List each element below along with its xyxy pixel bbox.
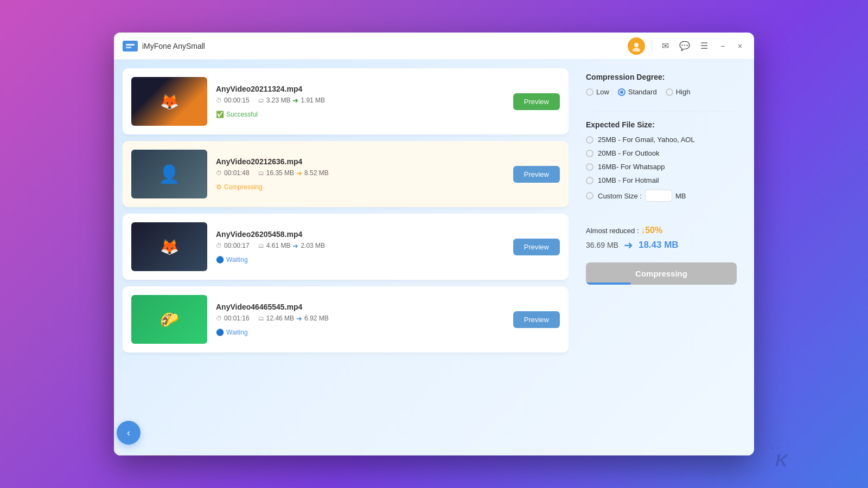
file-icon-4: 🗂	[258, 315, 264, 322]
radio-circle-hotmail	[586, 177, 593, 184]
preview-button-4[interactable]: Preview	[513, 311, 560, 328]
video-name-2: AnyVideo20212636.mp4	[216, 157, 505, 166]
radio-circle-outlook	[586, 150, 593, 157]
titlebar-divider	[652, 41, 652, 52]
radio-circle-whatsapp	[586, 163, 593, 171]
compress-btn-label: Compressing	[635, 269, 687, 278]
size-original: 36.69 MB	[586, 241, 618, 249]
video-meta-2: ⏱ 00:01:48 🗂 16.35 MB ➜ 8.52 MB	[216, 169, 505, 177]
radio-circle-low	[586, 88, 593, 96]
status-icon-3: 🔵	[216, 256, 224, 264]
video-card-4: AnyVideo46465545.mp4 ⏱ 00:01:16 🗂 12.46 …	[123, 286, 569, 352]
video-meta-1: ⏱ 00:00:15 🗂 3.23 MB ➜ 1.91 MB	[216, 97, 505, 105]
preview-button-2[interactable]: Preview	[513, 166, 560, 183]
radio-high[interactable]: High	[666, 88, 691, 96]
size-option-whatsapp[interactable]: 16MB- For Whatsapp	[586, 163, 737, 171]
file-icon-2: 🗂	[258, 170, 264, 176]
size-label-gmail: 25MB - For Gmail, Yahoo, AOL	[598, 136, 695, 144]
radio-standard[interactable]: Standard	[618, 88, 657, 96]
video-thumbnail-3	[131, 222, 207, 271]
compressed-size-3: 2.03 MB	[301, 242, 325, 249]
video-info-3: AnyVideo26205458.mp4 ⏱ 00:00:17 🗂 4.61 M…	[216, 230, 505, 264]
duration-value-3: 00:00:17	[224, 242, 250, 249]
original-size-1: 3.23 MB	[266, 97, 291, 104]
compressed-size-4: 6.92 MB	[304, 314, 329, 322]
app-logo-icon	[123, 41, 138, 52]
mail-icon[interactable]: ✉	[659, 40, 672, 53]
status-badge-1: ✅ Successful	[216, 111, 258, 118]
duration-2: ⏱ 00:01:48	[216, 169, 250, 177]
custom-size-unit: MB	[675, 192, 686, 200]
video-thumbnail-2	[131, 150, 207, 198]
filesize-1: 🗂 3.23 MB ➜ 1.91 MB	[258, 97, 325, 105]
compression-degree-title: Compression Degree:	[586, 73, 737, 81]
clock-icon-1: ⏱	[216, 97, 222, 104]
expected-size-title: Expected File Size:	[586, 120, 737, 129]
status-text-2: Compressing	[224, 183, 263, 191]
video-list-panel: AnyVideo20211324.mp4 ⏱ 00:00:15 🗂 3.23 M…	[123, 68, 569, 447]
watermark-k: K	[775, 451, 788, 471]
settings-divider	[586, 111, 737, 112]
back-button[interactable]: ‹	[117, 421, 141, 445]
status-badge-3: 🔵 Waiting	[216, 256, 248, 264]
radio-circle-custom	[586, 192, 593, 200]
app-window: iMyFone AnySmall ✉ 💬 ☰ − ×	[114, 33, 754, 455]
file-size-options: 25MB - For Gmail, Yahoo, AOL 20MB - For …	[586, 136, 737, 202]
size-option-custom[interactable]: Custom Size : MB	[586, 190, 737, 202]
radio-label-high: High	[676, 88, 691, 96]
file-icon-1: 🗂	[258, 97, 264, 104]
status-badge-2: ⚙ Compressing	[216, 183, 263, 191]
radio-circle-gmail	[586, 136, 593, 144]
duration-3: ⏱ 00:00:17	[216, 242, 250, 249]
right-panel: Compression Degree: Low Standard High	[577, 68, 745, 447]
size-arrow-icon: ➜	[624, 239, 633, 252]
expected-size-section: Expected File Size: 25MB - For Gmail, Ya…	[586, 120, 737, 202]
size-new: 18.43 MB	[639, 240, 679, 251]
compression-radio-group: Low Standard High	[586, 88, 737, 96]
close-button[interactable]: ×	[735, 41, 745, 52]
title-bar-logo: iMyFone AnySmall	[123, 41, 205, 52]
video-info-1: AnyVideo20211324.mp4 ⏱ 00:00:15 🗂 3.23 M…	[216, 85, 505, 119]
video-name-4: AnyVideo46465545.mp4	[216, 303, 505, 311]
preview-button-3[interactable]: Preview	[513, 239, 560, 255]
summary-reduced: Almost reduced : ↓50%	[586, 226, 737, 235]
status-badge-4: 🔵 Waiting	[216, 329, 248, 336]
chat-icon[interactable]: 💬	[678, 40, 691, 53]
video-info-2: AnyVideo20212636.mp4 ⏱ 00:01:48 🗂 16.35 …	[216, 157, 505, 191]
preview-button-1[interactable]: Preview	[513, 93, 560, 110]
video-meta-4: ⏱ 00:01:16 🗂 12.46 MB ➜ 6.92 MB	[216, 314, 505, 323]
status-text-3: Waiting	[226, 256, 248, 264]
radio-low[interactable]: Low	[586, 88, 609, 96]
clock-icon-3: ⏱	[216, 242, 222, 249]
status-text-1: Successful	[226, 111, 258, 118]
radio-label-standard: Standard	[628, 88, 657, 96]
svg-point-4	[633, 48, 640, 52]
video-info-4: AnyVideo46465545.mp4 ⏱ 00:01:16 🗂 12.46 …	[216, 303, 505, 337]
minimize-button[interactable]: −	[717, 41, 728, 52]
custom-size-field[interactable]	[645, 190, 672, 202]
size-option-hotmail[interactable]: 10MB - For Hotmail	[586, 176, 737, 184]
size-label-outlook: 20MB - For Outlook	[598, 149, 659, 157]
summary-size: 36.69 MB ➜ 18.43 MB	[586, 239, 737, 252]
size-option-gmail[interactable]: 25MB - For Gmail, Yahoo, AOL	[586, 136, 737, 144]
clock-icon-2: ⏱	[216, 170, 222, 176]
svg-rect-0	[125, 42, 136, 50]
summary-section: Almost reduced : ↓50% 36.69 MB ➜ 18.43 M…	[586, 217, 737, 285]
size-option-outlook[interactable]: 20MB - For Outlook	[586, 149, 737, 157]
duration-value-4: 00:01:16	[224, 314, 250, 322]
arrow-2: ➜	[296, 169, 302, 177]
video-thumbnail-1	[131, 77, 207, 126]
user-avatar[interactable]	[628, 37, 645, 55]
video-card-2: AnyVideo20212636.mp4 ⏱ 00:01:48 🗂 16.35 …	[123, 141, 569, 207]
duration-4: ⏱ 00:01:16	[216, 314, 250, 322]
custom-size-input: Custom Size : MB	[598, 190, 686, 202]
menu-icon[interactable]: ☰	[698, 40, 711, 53]
original-size-4: 12.46 MB	[266, 314, 294, 322]
status-icon-2: ⚙	[216, 183, 222, 191]
reduced-percent: ↓50%	[641, 226, 662, 235]
main-content: AnyVideo20211324.mp4 ⏱ 00:00:15 🗂 3.23 M…	[114, 60, 754, 455]
radio-label-low: Low	[596, 88, 609, 96]
original-size-3: 4.61 MB	[266, 242, 291, 249]
compress-button[interactable]: Compressing	[586, 262, 737, 285]
filesize-4: 🗂 12.46 MB ➜ 6.92 MB	[258, 314, 329, 323]
